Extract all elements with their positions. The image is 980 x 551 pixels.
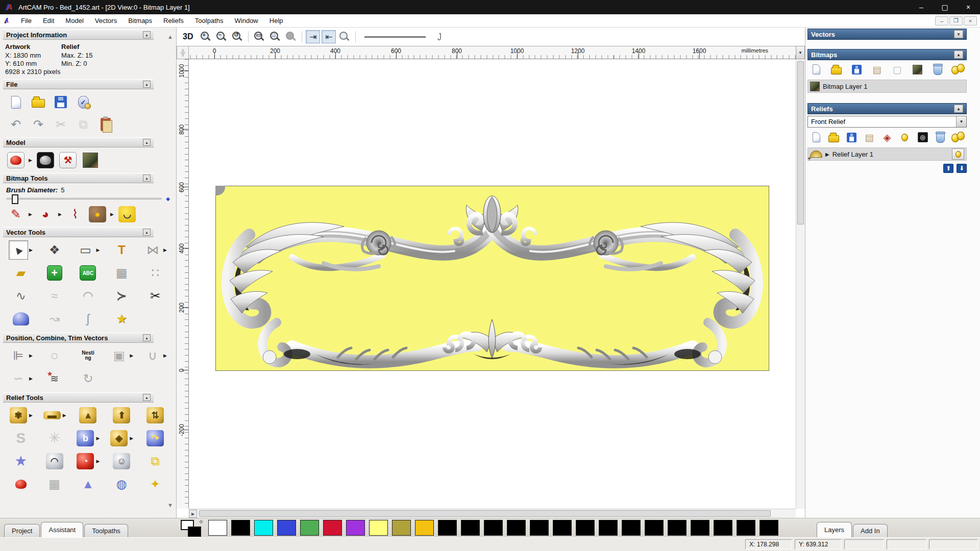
ruler-units-dropdown[interactable]: ▼: [796, 46, 805, 59]
create-polyline-tool[interactable]: ∿: [11, 286, 31, 306]
zoom-page-icon[interactable]: [284, 30, 298, 43]
scroll-right-icon[interactable]: ▶: [189, 510, 197, 518]
clear-bitmap-icon[interactable]: ▢: [890, 62, 905, 77]
palette-swatch[interactable]: [438, 520, 457, 536]
collapse-icon[interactable]: ▲: [143, 139, 151, 146]
bitmap-sheets-icon[interactable]: ▤: [869, 62, 885, 77]
text-in-a-box-tool[interactable]: ABC: [78, 263, 97, 283]
palette-swatch[interactable]: [530, 520, 549, 536]
flyout-arrow-icon[interactable]: ▶: [29, 353, 33, 358]
greyscale-preview-icon[interactable]: ◎: [915, 130, 930, 144]
palette-swatch[interactable]: [461, 520, 480, 536]
preview-relief-icon[interactable]: [337, 30, 352, 43]
menu-model[interactable]: Model: [60, 14, 89, 27]
panel-scroll-down-icon[interactable]: ▼: [167, 502, 173, 508]
add-relief-tool[interactable]: ⩓: [78, 406, 97, 425]
measure-tool[interactable]: ▰: [11, 263, 31, 283]
relief-selector-dropdown[interactable]: Front Relief ▼: [807, 116, 967, 128]
profile-tool[interactable]: ∫: [78, 309, 97, 329]
brush-diameter-slider[interactable]: [6, 198, 162, 199]
new-relief-layer-icon[interactable]: [808, 130, 824, 144]
menu-reliefs[interactable]: Reliefs: [158, 14, 189, 27]
maximize-button[interactable]: ▢: [933, 0, 957, 14]
bitmaps-header[interactable]: Bitmaps ▲: [807, 49, 967, 60]
flyout-arrow-icon[interactable]: ▶: [130, 436, 134, 441]
redo-icon[interactable]: ↷: [29, 115, 48, 134]
bitmap-to-vector-icon[interactable]: ◡: [117, 205, 137, 223]
model-properties-icon[interactable]: ✓: [74, 93, 93, 111]
collapse-icon[interactable]: ▲: [143, 394, 151, 401]
slider-handle[interactable]: [12, 194, 18, 204]
paint-brush-icon[interactable]: ✎: [6, 205, 26, 223]
flood-fill-icon[interactable]: ◕: [36, 205, 55, 223]
face-wizard-tool[interactable]: ☺: [112, 452, 131, 471]
toggle-vector-visibility-icon[interactable]: ⇤: [322, 30, 336, 43]
delete-bitmap-icon[interactable]: [930, 62, 945, 77]
tab-assistant[interactable]: Assistant: [41, 522, 83, 537]
menu-edit[interactable]: Edit: [37, 14, 60, 27]
mdi-minimize-button[interactable]: –: [935, 16, 948, 26]
zoom-box-icon[interactable]: ▭: [252, 30, 266, 43]
tab-add-in[interactable]: Add In: [853, 524, 888, 537]
palette-swatch[interactable]: [760, 520, 778, 536]
menu-file[interactable]: File: [15, 14, 37, 27]
model-lighting-icon[interactable]: ⚒: [58, 151, 78, 169]
cut-icon[interactable]: ✂: [51, 115, 70, 134]
palette-swatch[interactable]: [392, 520, 411, 536]
palette-swatch[interactable]: [369, 520, 388, 536]
section-vector-tools[interactable]: Vector Tools ▲: [3, 227, 154, 237]
vector-texture-tool[interactable]: ≋★: [45, 369, 64, 388]
palette-swatch[interactable]: [691, 520, 709, 536]
weave-wizard-tool[interactable]: ✳: [45, 429, 64, 448]
node-editing-tool[interactable]: +: [45, 263, 64, 283]
text-on-curve-tool[interactable]: ◌: [45, 346, 64, 365]
bitmap-preview-icon[interactable]: [910, 62, 925, 77]
smooth-relief-tool[interactable]: ▬: [42, 406, 62, 425]
create-text-tool[interactable]: T: [112, 240, 131, 260]
select-vectors-tool[interactable]: [9, 240, 28, 260]
section-model[interactable]: Model ▲: [3, 137, 154, 147]
freehand-draw-tool[interactable]: ≈: [45, 286, 64, 306]
sculpt-relief-tool[interactable]: ✾: [9, 406, 28, 425]
texture-relief-tool[interactable]: [11, 474, 31, 494]
collapse-icon[interactable]: ▲: [954, 105, 963, 113]
palette-swatch[interactable]: [300, 520, 319, 536]
zoom-extents-icon[interactable]: □: [268, 30, 282, 43]
palette-swatch[interactable]: [599, 520, 618, 536]
3d-view-button[interactable]: 3D: [179, 32, 197, 41]
section-file[interactable]: File ▲: [3, 79, 154, 89]
star-relief-tool[interactable]: ★: [11, 452, 31, 471]
create-rectangle-tool[interactable]: ▭: [76, 240, 95, 260]
dome-relief-tool[interactable]: ◍: [112, 474, 131, 494]
texture-image-icon[interactable]: [81, 151, 100, 169]
colour-picker-icon[interactable]: ⌇: [65, 205, 85, 223]
relief-visibility-icon[interactable]: [897, 130, 913, 144]
save-relief-icon[interactable]: [844, 130, 860, 144]
collapse-icon[interactable]: ▲: [954, 51, 963, 59]
paste-icon[interactable]: [96, 115, 115, 134]
relief-clipart-tool[interactable]: b: [76, 429, 95, 448]
toggle-all-reliefs-icon[interactable]: [950, 130, 966, 144]
join-vectors-tool[interactable]: ∽: [9, 369, 28, 388]
palette-swatch[interactable]: [415, 520, 434, 536]
mdi-restore-button[interactable]: ❐: [949, 16, 963, 26]
palette-swatch[interactable]: [277, 520, 296, 536]
flyout-arrow-icon[interactable]: ▶: [163, 247, 167, 253]
mirror-vectors-tool[interactable]: ⋈: [143, 240, 162, 260]
spiral-tool[interactable]: ↻: [78, 369, 97, 388]
flyout-arrow-icon[interactable]: ▶: [130, 353, 134, 358]
nesting-tool[interactable]: Nesting: [78, 346, 97, 365]
smooth-s-tool[interactable]: S: [11, 429, 31, 448]
bend-relief-tool[interactable]: ◠: [45, 452, 64, 471]
cone-relief-tool[interactable]: ▲: [78, 474, 97, 494]
relief-layer-visibility-toggle[interactable]: [952, 148, 964, 160]
palette-swatch[interactable]: [737, 520, 755, 536]
merge-relief-layers-icon[interactable]: ◈: [879, 130, 895, 144]
menu-bitmaps[interactable]: Bitmaps: [122, 14, 158, 27]
panel-scroll-up-icon[interactable]: ▲: [167, 34, 173, 40]
zoom-previous-icon[interactable]: ↺: [230, 30, 244, 43]
flyout-arrow-icon[interactable]: ▶: [63, 413, 67, 418]
palette-swatch[interactable]: [576, 520, 595, 536]
palette-icon[interactable]: ●: [88, 205, 107, 223]
collapse-icon[interactable]: ▲: [143, 334, 151, 341]
